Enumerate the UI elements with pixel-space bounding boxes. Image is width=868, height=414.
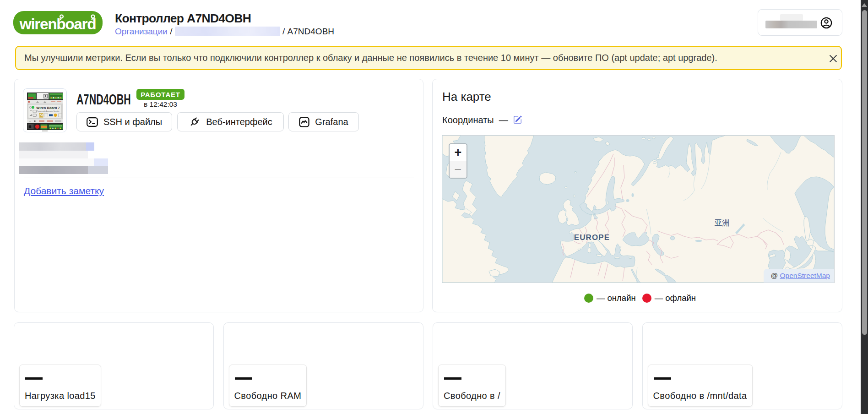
svg-text:EUROPE: EUROPE [574,233,610,242]
svg-text:wirenboard: wirenboard [19,16,96,33]
svg-text:Programmable Automation Contro: Programmable Automation Controller [37,110,59,112]
svg-text:Wiren Board 7: Wiren Board 7 [36,106,60,110]
svg-text:亚洲: 亚洲 [715,218,730,227]
